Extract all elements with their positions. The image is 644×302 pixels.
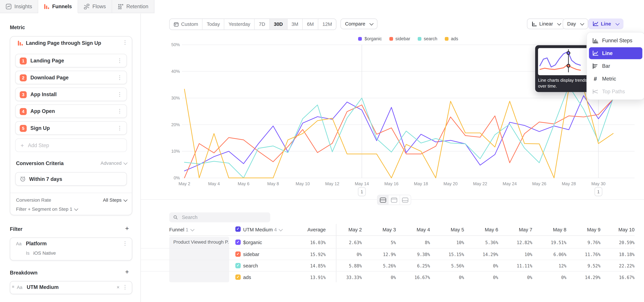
date-range-7d[interactable]: 7D (255, 19, 270, 30)
interval-dropdown[interactable]: Day (563, 18, 588, 29)
annotation-badge[interactable]: 1 (595, 188, 602, 196)
table-cell: 16.67% (405, 275, 430, 280)
row-checkbox[interactable]: ✓ (235, 240, 241, 245)
filter-property-label: Platform (26, 241, 46, 246)
funnel-step-3[interactable]: 3 App Install ⋮ (15, 88, 127, 101)
column-header-date[interactable]: May 2 (337, 227, 362, 232)
tab-insights-label: Insights (14, 4, 32, 9)
chart-type-tooltip: Line charts display trends over time. (535, 45, 591, 92)
chevron-down-icon (74, 207, 78, 211)
chevron-down-icon (615, 21, 619, 25)
date-range-custom[interactable]: Custom (170, 19, 202, 30)
table-cell: 0% (371, 275, 396, 280)
legend-item-ads[interactable]: ads (445, 36, 458, 41)
column-header-date[interactable]: May 5 (440, 227, 464, 232)
drag-handle-icon[interactable]: ≡ (12, 284, 14, 289)
step-menu-button[interactable]: ⋮ (117, 74, 122, 81)
x-axis-tick: May 10 (296, 181, 310, 186)
step-menu-button[interactable]: ⋮ (117, 125, 122, 131)
layout-table-only-toggle[interactable] (400, 195, 410, 204)
funnel-step-4[interactable]: 4 App Open ⋮ (15, 104, 127, 118)
breakdown-section-label: Breakdown (10, 270, 38, 276)
table-cell: 10% (440, 240, 464, 245)
legend-item-sidebar[interactable]: sidebar (389, 36, 410, 41)
funnel-step-5[interactable]: 5 Sign Up ⋮ (15, 121, 127, 135)
chart-type-dropdown[interactable]: Line (588, 18, 623, 29)
tab-insights[interactable]: Insights (0, 0, 38, 13)
date-range-12m[interactable]: 12M (318, 19, 336, 30)
filter-card[interactable]: Aa Platform ⋮ Is iOS Native (10, 238, 132, 260)
add-step-button[interactable]: + Add Step (15, 138, 127, 152)
conversion-rate-dropdown[interactable]: All Steps (103, 198, 127, 202)
date-range-3m[interactable]: 3M (287, 19, 303, 30)
step-menu-button[interactable]: ⋮ (117, 108, 122, 114)
column-header-date[interactable]: May 7 (508, 227, 532, 232)
column-header-date[interactable]: May 6 (474, 227, 498, 232)
annotation-badge[interactable]: 1 (358, 188, 366, 196)
tab-flows[interactable]: Flows (78, 0, 112, 13)
flows-icon (84, 4, 90, 9)
funnel-step-1[interactable]: 1 Landing Page ⋮ (15, 54, 127, 68)
filter-menu-button[interactable]: ⋮ (122, 240, 128, 247)
date-range-30d[interactable]: 30D (270, 19, 287, 30)
date-range-yesterday[interactable]: Yesterday (224, 19, 255, 30)
conversion-window-button[interactable]: Within 7 days (15, 172, 127, 186)
chevron-down-icon (370, 21, 374, 25)
step-label: App Install (30, 92, 57, 97)
add-filter-button[interactable]: + (125, 225, 129, 232)
legend-label: $organic (364, 36, 382, 41)
tooltip-caption: Line charts display trends over time. (538, 78, 588, 89)
x-axis-tick: May 26 (532, 181, 546, 186)
table-cell: 14.29% (576, 275, 600, 280)
table-cell: 6.06% (542, 252, 566, 257)
menu-item-line[interactable]: Line (589, 47, 642, 59)
legend-swatch (445, 37, 448, 40)
x-axis-tick: May 6 (238, 181, 250, 186)
conversion-criteria-mode-dropdown[interactable]: Advanced (100, 161, 127, 166)
filter-segment-dropdown[interactable]: Filter + Segment on Step 1 (16, 207, 78, 212)
conversion-criteria-label: Conversion Criteria (16, 161, 64, 166)
row-checkbox[interactable]: ✓ (235, 263, 241, 268)
filter-operator: Is (26, 251, 30, 256)
legend-item-search[interactable]: search (418, 36, 438, 41)
bar-chart-icon (592, 63, 598, 69)
date-range-today[interactable]: Today (202, 19, 224, 30)
menu-item-funnel-steps[interactable]: Funnel Steps (589, 34, 642, 46)
layout-split-toggle[interactable] (378, 195, 389, 204)
menu-item-bar[interactable]: Bar (589, 60, 642, 72)
date-range-6m[interactable]: 6M (303, 19, 318, 30)
compare-button[interactable]: Compare (340, 18, 378, 29)
layout-chart-only-toggle[interactable] (389, 195, 400, 204)
y-axis-tick: 0% (174, 176, 180, 180)
x-axis-tick: May 14 (355, 181, 369, 186)
funnel-step-2[interactable]: 2 Download Page ⋮ (15, 71, 127, 84)
breakdown-card[interactable]: ≡ Aa UTM Medium × ⋮ (10, 281, 132, 294)
add-breakdown-button[interactable]: + (125, 268, 129, 276)
report-main: CustomTodayYesterday7D30D3M6M12M Compare… (141, 14, 644, 302)
column-header-date[interactable]: May 9 (576, 227, 600, 232)
alarm-clock-icon (20, 176, 26, 182)
menu-item-metric[interactable]: # Metric (589, 73, 642, 84)
funnel-steps-icon (592, 38, 598, 43)
search-input[interactable] (181, 214, 266, 221)
table-search (169, 212, 270, 222)
chevron-down-icon (124, 198, 128, 202)
tab-retention[interactable]: Retention (112, 0, 155, 13)
tab-funnels[interactable]: Funnels (38, 0, 78, 13)
remove-breakdown-icon[interactable]: × (116, 284, 120, 290)
column-header-date[interactable]: May 4 (405, 227, 430, 232)
breakdown-menu-button[interactable]: ⋮ (122, 284, 128, 290)
column-header-date[interactable]: May 10 (610, 227, 634, 232)
row-checkbox[interactable]: ✓ (235, 274, 241, 280)
table-cell: 5.36% (474, 240, 498, 245)
column-header-date[interactable]: May 8 (542, 227, 566, 232)
legend-item-$organic[interactable]: $organic (358, 36, 382, 41)
step-menu-button[interactable]: ⋮ (117, 91, 122, 98)
legend-label: sidebar (396, 36, 410, 41)
scale-dropdown[interactable]: Linear (527, 18, 565, 29)
column-header-date[interactable]: May 3 (371, 227, 396, 232)
step-menu-button[interactable]: ⋮ (117, 58, 122, 64)
funnel-menu-button[interactable]: ⋮ (122, 40, 128, 46)
row-checkbox[interactable]: ✓ (235, 252, 241, 257)
split-view-icon (380, 198, 386, 202)
